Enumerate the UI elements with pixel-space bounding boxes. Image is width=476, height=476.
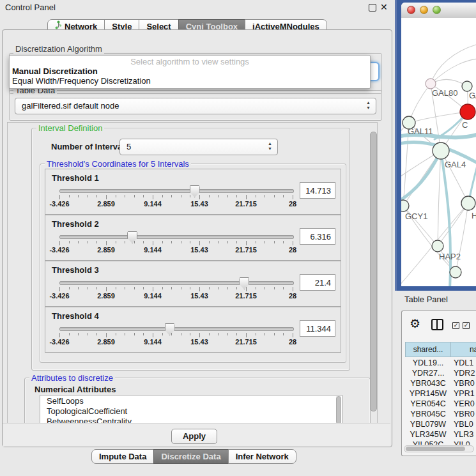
network-node[interactable] <box>401 200 409 211</box>
table-row[interactable]: YDR27...YDR2 <box>405 368 476 378</box>
slider-tick <box>218 287 219 289</box>
slider-track[interactable] <box>59 189 294 193</box>
column-header-shared-name[interactable]: shared... <box>405 342 451 357</box>
tab-infer-network[interactable]: Infer Network <box>228 449 296 464</box>
table-row[interactable]: YBL079WYBL0 <box>405 419 476 429</box>
slider-track[interactable] <box>59 281 294 285</box>
table-row[interactable]: YDL19...YDL1 <box>405 358 476 368</box>
thresholds-coordinates-label: Threshold's Coordinates for 5 Intervals <box>45 159 191 169</box>
slider-track[interactable] <box>59 327 294 331</box>
slider-thumb[interactable] <box>190 185 200 197</box>
threshold-value-field[interactable]: 6.316 <box>300 228 335 245</box>
dropdown-item-manual-discretization[interactable]: Manual Discretization <box>12 66 98 76</box>
network-node-label: GAL11 <box>408 127 433 136</box>
slider-tick-label: 28 <box>279 246 307 254</box>
scrollbar-thumb[interactable] <box>406 447 465 451</box>
threshold-value-field[interactable]: 21.4 <box>300 274 335 291</box>
slider-tick <box>153 333 153 337</box>
column-header-name[interactable]: na <box>450 342 476 357</box>
slider-tick <box>88 333 88 335</box>
scrollbar-thumb[interactable] <box>370 132 377 411</box>
threshold-panel: Threshold 1-3.4262.8599.14415.4321.71528… <box>45 169 341 215</box>
slider-thumb[interactable] <box>239 277 249 289</box>
gear-icon[interactable]: ⚙ <box>410 316 420 331</box>
slider-tick <box>274 333 275 335</box>
slider-tick-label: 21.715 <box>232 200 260 208</box>
minimize-traffic-light-icon[interactable] <box>420 6 428 14</box>
threshold-value-field[interactable]: 11.344 <box>300 320 335 337</box>
dropdown-prompt-item[interactable]: Select algorithm to view settings <box>10 57 370 66</box>
slider-tick <box>143 195 144 197</box>
table-data-combobox[interactable]: galFiltered.sif default node ▲▼ <box>15 98 376 114</box>
slider-thumb[interactable] <box>127 231 137 243</box>
float-window-icon[interactable] <box>369 4 376 12</box>
network-node[interactable] <box>426 79 436 89</box>
network-node-label: GCY1 <box>405 211 427 221</box>
tab-impute-data[interactable]: Impute Data <box>91 449 154 464</box>
close-icon[interactable]: ✕ <box>380 1 388 13</box>
threshold-value-field[interactable]: 14.713 <box>300 182 335 199</box>
slider-tick <box>256 241 256 243</box>
attributes-list-scrollbar[interactable] <box>336 396 341 424</box>
network-window-titlebar[interactable] <box>401 3 476 19</box>
zoom-traffic-light-icon[interactable] <box>433 6 441 14</box>
network-node[interactable] <box>462 81 472 91</box>
spinner-stepper-icon: ▲▼ <box>268 141 272 151</box>
checkbox-icon[interactable]: ✓ <box>452 322 459 329</box>
slider-tick <box>78 195 79 197</box>
slider-tick <box>265 241 265 243</box>
number-of-intervals-spinner[interactable]: 5 ▲▼ <box>119 139 278 155</box>
slider-tick-label: 15.43 <box>185 292 213 300</box>
slider-tick-label: 28 <box>279 200 307 208</box>
slider-tick-label: 9.144 <box>139 200 167 208</box>
slider-tick <box>209 287 210 289</box>
table-row[interactable]: YBR043CYBR0 <box>405 378 476 388</box>
checkbox-icon[interactable]: ✓ <box>463 322 470 329</box>
table-row[interactable]: YLR345WYLR3 <box>405 429 476 440</box>
table-row[interactable]: YER054CYER0 <box>405 399 476 409</box>
network-node[interactable] <box>460 104 475 119</box>
slider-tick <box>181 333 181 335</box>
network-canvas[interactable]: GAL80GACGAL11GAL4GCY1HHAP2 <box>401 18 476 286</box>
dropdown-item-equal-width-frequency[interactable]: Equal Width/Frequency Discretization <box>12 76 151 86</box>
control-panel-titlebar: Control Panel ✕ <box>0 0 395 14</box>
slider-tick <box>162 241 163 243</box>
table-horizontal-scrollbar[interactable] <box>404 445 474 452</box>
table-row[interactable]: YIL052CYIL0 <box>405 440 476 445</box>
network-node[interactable] <box>433 142 449 159</box>
slider-tick-label: 2.859 <box>92 292 120 300</box>
slider-tick <box>59 241 60 245</box>
interval-definition-label: Interval Definition <box>36 123 104 133</box>
close-traffic-light-icon[interactable] <box>407 6 415 14</box>
apply-button[interactable]: Apply <box>171 429 217 444</box>
network-node[interactable] <box>432 240 443 252</box>
network-node[interactable] <box>461 196 475 210</box>
split-columns-icon[interactable] <box>431 319 443 330</box>
slider-tick <box>134 287 135 289</box>
slider-tick <box>96 333 97 335</box>
slider-tick <box>190 287 190 289</box>
cell-name: YDR2 <box>454 368 476 378</box>
settings-vertical-scrollbar[interactable] <box>370 124 376 423</box>
network-node-label: GAL80 <box>432 88 457 98</box>
slider-tick <box>199 241 200 245</box>
slider-tick <box>293 241 293 245</box>
tab-discretize-data[interactable]: Discretize Data <box>153 449 228 464</box>
cell-shared-name: YBR045C <box>405 409 451 419</box>
numerical-attributes-list[interactable]: SelfLoopsTopologicalCoefficientBetweenne… <box>40 395 342 425</box>
cell-name: YLR3 <box>454 429 476 440</box>
network-node[interactable] <box>450 266 461 278</box>
slider-tick-label: 21.715 <box>232 246 260 254</box>
cell-name: YIL0 <box>454 440 476 445</box>
slider-tick <box>283 333 284 335</box>
table-row[interactable]: YBR045CYBR0 <box>405 409 476 419</box>
list-item[interactable]: TopologicalCoefficient <box>40 406 342 416</box>
list-item[interactable]: SelfLoops <box>40 395 342 406</box>
table-row[interactable]: YPR145WYPR1 <box>405 388 476 399</box>
cell-shared-name: YBR043C <box>405 378 451 388</box>
slider-tick <box>293 333 293 337</box>
slider-thumb[interactable] <box>165 323 175 335</box>
slider-tick-label: 2.859 <box>92 338 120 346</box>
slider-tick <box>265 287 265 289</box>
slider-track[interactable] <box>59 235 294 239</box>
